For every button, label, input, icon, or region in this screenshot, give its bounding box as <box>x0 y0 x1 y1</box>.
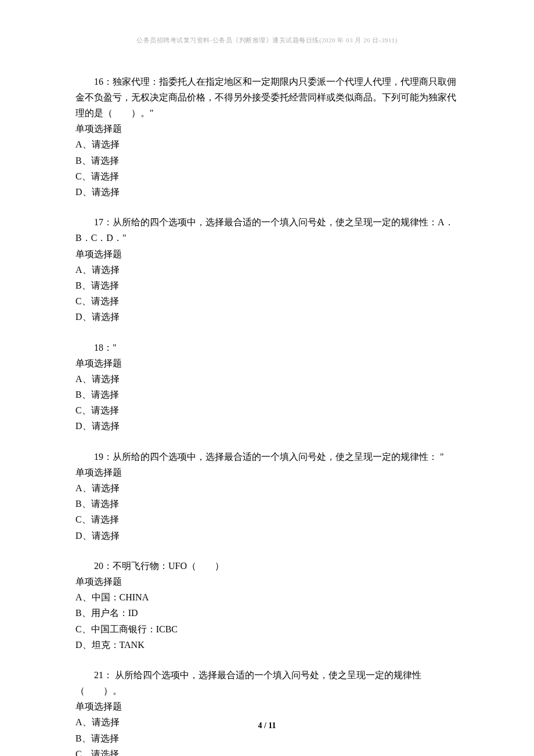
question-text: 18：" <box>75 340 459 355</box>
question-number: 19 <box>94 452 103 462</box>
question-text: 17：从所给的四个选项中，选择最合适的一个填入问号处，使之呈现一定的规律性：A．… <box>75 214 459 246</box>
option-a: A、中国：CHINA <box>75 589 459 605</box>
question-18: 18：" 单项选择题 A、请选择 B、请选择 C、请选择 D、请选择 <box>75 340 459 434</box>
option-c: C、请选择 <box>75 746 459 756</box>
document-page: 公务员招聘考试复习资料-公务员《判断推理》通关试题每日练(2020 年 03 月… <box>0 0 534 756</box>
question-type: 单项选择题 <box>75 699 459 714</box>
question-number: 17 <box>94 217 103 227</box>
option-a: A、请选择 <box>75 262 459 278</box>
question-text: 16：独家代理：指委托人在指定地区和一定期限内只委派一个代理人代理，代理商只取佣… <box>75 74 459 121</box>
question-type: 单项选择题 <box>75 574 459 589</box>
question-19: 19：从所给的四个选项中，选择最合适的一个填入问号处，使之呈现一定的规律性： "… <box>75 449 459 543</box>
option-b: B、请选择 <box>75 153 459 168</box>
question-16: 16：独家代理：指委托人在指定地区和一定期限内只委派一个代理人代理，代理商只取佣… <box>75 74 459 200</box>
question-body: ：从所给的四个选项中，选择最合适的一个填入问号处，使之呈现一定的规律性：A．B．… <box>75 217 454 243</box>
option-c: C、请选择 <box>75 168 459 184</box>
question-body: ：独家代理：指委托人在指定地区和一定期限内只委派一个代理人代理，代理商只取佣金不… <box>75 77 456 118</box>
question-body: ：从所给的四个选项中，选择最合适的一个填入问号处，使之呈现一定的规律性： " <box>103 452 444 462</box>
option-b: B、请选择 <box>75 496 459 512</box>
option-d: D、坦克：TANK <box>75 637 459 653</box>
option-a: A、请选择 <box>75 136 459 152</box>
question-17: 17：从所给的四个选项中，选择最合适的一个填入问号处，使之呈现一定的规律性：A．… <box>75 214 459 325</box>
option-b: B、请选择 <box>75 278 459 293</box>
option-d: D、请选择 <box>75 309 459 325</box>
question-body: ：不明飞行物：UFO（ ） <box>103 561 224 571</box>
question-number: 16 <box>94 77 103 87</box>
option-d: D、请选择 <box>75 184 459 200</box>
option-c: C、请选择 <box>75 293 459 309</box>
option-a: A、请选择 <box>75 371 459 387</box>
question-text: 21： 从所给四个选项中，选择最合适的一个填入问号处，使之呈现一定的规律性（ ）… <box>75 667 459 699</box>
option-c: C、请选择 <box>75 402 459 418</box>
question-21: 21： 从所给四个选项中，选择最合适的一个填入问号处，使之呈现一定的规律性（ ）… <box>75 667 459 756</box>
question-type: 单项选择题 <box>75 246 459 262</box>
question-text: 19：从所给的四个选项中，选择最合适的一个填入问号处，使之呈现一定的规律性： " <box>75 449 459 465</box>
option-b: B、用户名：ID <box>75 605 459 621</box>
question-type: 单项选择题 <box>75 465 459 480</box>
option-d: D、请选择 <box>75 418 459 434</box>
option-c: C、请选择 <box>75 512 459 527</box>
question-text: 20：不明飞行物：UFO（ ） <box>75 558 459 574</box>
question-number: 18 <box>94 343 103 352</box>
page-number: 4 / 11 <box>0 719 534 733</box>
page-header: 公务员招聘考试复习资料-公务员《判断推理》通关试题每日练(2020 年 03 月… <box>75 35 459 46</box>
question-body: ：" <box>103 343 117 352</box>
question-body: ： 从所给四个选项中，选择最合适的一个填入问号处，使之呈现一定的规律性（ ）。 <box>75 670 421 696</box>
question-number: 21 <box>94 670 103 680</box>
option-b: B、请选择 <box>75 387 459 402</box>
option-c: C、中国工商银行：ICBC <box>75 621 459 637</box>
question-type: 单项选择题 <box>75 355 459 371</box>
question-20: 20：不明飞行物：UFO（ ） 单项选择题 A、中国：CHINA B、用户名：I… <box>75 558 459 653</box>
question-number: 20 <box>94 561 103 571</box>
question-type: 单项选择题 <box>75 121 459 136</box>
option-a: A、请选择 <box>75 480 459 496</box>
option-d: D、请选择 <box>75 528 459 543</box>
